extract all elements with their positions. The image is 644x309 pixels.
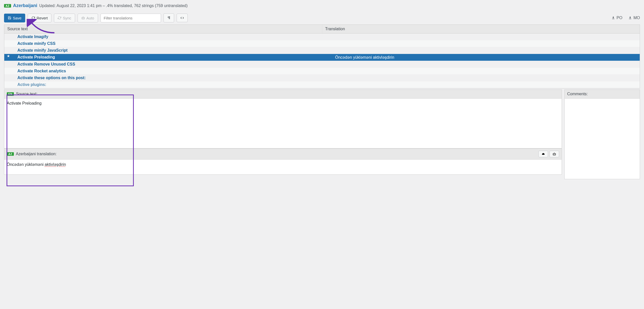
cell-translation-text xyxy=(322,61,640,68)
editor-area: EN Source text: Activate Preloading AZ A… xyxy=(4,89,640,179)
source-panel-header: EN Source text: xyxy=(4,89,562,99)
cell-translation-text xyxy=(322,68,640,74)
cell-translation-text xyxy=(322,81,640,88)
source-text-area: Activate Preloading xyxy=(4,99,562,148)
cell-translation-text xyxy=(322,47,640,54)
code-button[interactable] xyxy=(177,14,188,22)
cell-translation-text xyxy=(322,34,640,40)
table-row[interactable]: Activate Imagify xyxy=(4,34,640,40)
translation-table[interactable]: Activate ImagifyActivate minify CSSActiv… xyxy=(4,33,640,88)
table-row[interactable]: Activate minify CSS xyxy=(4,40,640,47)
cell-translation-text xyxy=(322,40,640,47)
download-icon xyxy=(628,16,632,20)
star-icon: ★ xyxy=(7,54,10,58)
svg-point-1 xyxy=(82,18,83,18)
translation-panel-header: AZ Azerbaijani translation: xyxy=(4,148,562,160)
cell-source-text: Activate minify JavaScript xyxy=(4,47,322,54)
robot-icon xyxy=(552,152,556,156)
table-row[interactable]: Activate these options on this post: xyxy=(4,75,640,81)
editor-left: EN Source text: Activate Preloading AZ A… xyxy=(4,89,562,179)
cell-source-text: Active plugins: xyxy=(4,81,322,88)
cell-source-text: Activate these options on this post: xyxy=(4,75,322,81)
auto-button: Auto xyxy=(78,14,98,22)
cell-source-text: Activate Imagify xyxy=(4,34,322,40)
table-row[interactable]: Activate minify JavaScript xyxy=(4,47,640,54)
code-icon xyxy=(180,16,184,20)
save-label: Save xyxy=(13,16,21,20)
suggest-robot-button[interactable] xyxy=(550,151,559,157)
svg-point-5 xyxy=(554,154,554,154)
table-row[interactable]: Active plugins: xyxy=(4,81,640,88)
revert-icon xyxy=(31,16,35,20)
suggest-cloud-button[interactable] xyxy=(538,151,548,157)
table-row[interactable]: Activate Remove Unused CSS xyxy=(4,61,640,68)
auto-label: Auto xyxy=(86,16,94,20)
filter-input[interactable] xyxy=(101,14,161,22)
page-subtitle: Updated: August 22, 2023 1:41 pm – .4% t… xyxy=(39,4,188,8)
robot-icon xyxy=(81,16,85,20)
comments-label: Comments: xyxy=(567,92,588,96)
mo-label: MO xyxy=(633,16,640,20)
download-mo[interactable]: MO xyxy=(628,16,640,20)
translation-label: Azerbaijani translation: xyxy=(16,152,57,156)
sync-label: Sync xyxy=(63,16,71,20)
save-icon xyxy=(8,16,11,20)
table-header: Source text Translation xyxy=(4,24,640,33)
comments-panel-header: Comments: xyxy=(564,89,640,99)
cell-source-text: Activate Remove Unused CSS xyxy=(4,61,322,68)
pilcrow-button[interactable] xyxy=(164,13,174,22)
table-row[interactable]: ★Activate PreloadingÖncədən yükləməni ak… xyxy=(4,54,640,61)
table-row[interactable]: Activate Rocket analytics xyxy=(4,68,640,75)
toolbar: Save Revert Sync Auto PO MO xyxy=(4,11,640,24)
cell-source-text: Activate Rocket analytics xyxy=(4,68,322,74)
svg-point-6 xyxy=(555,154,555,154)
download-icon xyxy=(611,16,615,20)
translation-text-prefix: Öncədən yükləməni xyxy=(7,162,45,167)
lang-name-link[interactable]: Azerbaijani xyxy=(13,3,37,8)
svg-rect-4 xyxy=(553,153,556,155)
col-header-source: Source text xyxy=(4,25,322,33)
save-button[interactable]: Save xyxy=(4,14,25,22)
pilcrow-icon xyxy=(167,16,171,20)
download-links: PO MO xyxy=(611,16,640,20)
cell-translation-text: Öncədən yükləməni aktivləşdirin xyxy=(322,54,640,61)
page-header: AZ Azerbaijani Updated: August 22, 2023 … xyxy=(4,2,640,11)
source-lang-badge: EN xyxy=(7,92,14,96)
comments-text-area[interactable] xyxy=(564,99,640,179)
translation-text-spellcheck: aktivləşdirin xyxy=(45,162,66,167)
translation-text-area[interactable]: Öncədən yükləməni aktivləşdirin xyxy=(4,160,562,175)
target-lang-badge: AZ xyxy=(7,152,14,156)
cell-translation-text xyxy=(322,75,640,81)
revert-button[interactable]: Revert xyxy=(28,14,51,22)
sync-button: Sync xyxy=(54,14,75,22)
col-header-translation: Translation xyxy=(322,25,640,33)
cell-source-text: Activate Preloading xyxy=(4,54,322,61)
translation-tools xyxy=(538,151,559,157)
lang-badge: AZ xyxy=(4,4,11,8)
svg-point-2 xyxy=(84,18,84,18)
revert-label: Revert xyxy=(37,16,48,20)
svg-rect-0 xyxy=(82,17,85,19)
po-label: PO xyxy=(617,16,622,20)
editor-right: Comments: xyxy=(564,89,640,179)
cell-source-text: Activate minify CSS xyxy=(4,40,322,47)
cloud-icon xyxy=(541,152,545,156)
download-po[interactable]: PO xyxy=(611,16,622,20)
source-label: Source text: xyxy=(16,92,37,96)
sync-icon xyxy=(58,16,61,20)
